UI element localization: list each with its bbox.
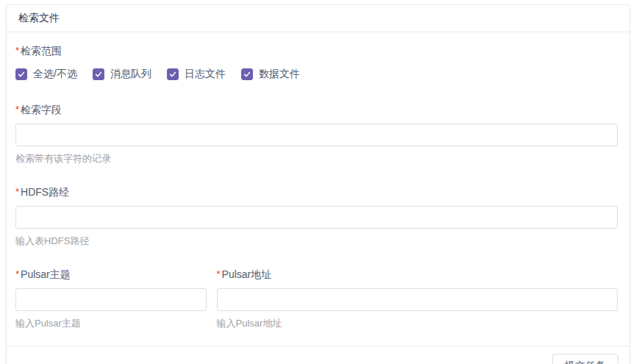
hdfs-path-label-text: HDFS路经 (21, 186, 69, 198)
hdfs-path-input[interactable] (15, 206, 618, 229)
form-item-hdfs-path: *HDFS路经 输入表HDFS路径 (15, 185, 618, 247)
checkbox-checked-icon (241, 68, 253, 80)
pulsar-topic-label: *Pulsar主题 (15, 267, 207, 282)
pulsar-row: *Pulsar主题 输入Pulsar主题 *Pulsar地址 输入Pulsar地… (15, 267, 618, 329)
checkbox-checked-icon (93, 68, 104, 80)
search-field-input[interactable] (15, 124, 618, 146)
form-item-search-field: *检索字段 检索带有该字符的记录 (15, 102, 618, 165)
required-asterisk: * (15, 268, 19, 279)
checkbox-log-file[interactable]: 日志文件 (167, 68, 232, 81)
pulsar-address-label-text: Pulsar地址 (222, 268, 272, 280)
card-body: *检索范围 全选/不选 消息队列 (7, 32, 629, 346)
search-field-helper: 检索带有该字符的记录 (15, 153, 618, 165)
pulsar-topic-input[interactable] (15, 288, 207, 311)
checkbox-select-all[interactable]: 全选/不选 (15, 68, 83, 81)
pulsar-topic-label-text: Pulsar主题 (21, 268, 71, 280)
checkbox-label: 日志文件 (185, 68, 226, 81)
pulsar-address-label: *Pulsar地址 (217, 267, 618, 282)
search-field-label: *检索字段 (15, 102, 618, 117)
checkbox-checked-icon (167, 68, 179, 80)
required-asterisk: * (15, 104, 19, 115)
check-icon (168, 70, 177, 79)
hdfs-path-label: *HDFS路经 (15, 185, 618, 199)
check-icon (94, 70, 103, 79)
form-item-pulsar-address: *Pulsar地址 输入Pulsar地址 (217, 267, 618, 329)
checkbox-data-file[interactable]: 数据文件 (241, 68, 306, 81)
required-asterisk: * (217, 268, 221, 279)
page-title: 检索文件 (18, 12, 60, 25)
search-scope-label-text: 检索范围 (21, 45, 62, 57)
search-file-card: 检索文件 *检索范围 全选/不选 (6, 4, 630, 364)
checkbox-label: 全选/不选 (33, 68, 77, 81)
check-icon (243, 70, 251, 79)
checkbox-label: 消息队列 (110, 68, 151, 81)
required-asterisk: * (15, 45, 19, 56)
form-item-search-scope: *检索范围 全选/不选 消息队列 (15, 43, 618, 81)
pulsar-address-helper: 输入Pulsar地址 (217, 318, 618, 329)
hdfs-path-helper: 输入表HDFS路径 (15, 235, 618, 247)
card-footer: 提交任务 (7, 346, 629, 364)
pulsar-address-input[interactable] (217, 288, 618, 311)
checkbox-checked-icon (15, 68, 27, 80)
checkbox-message-queue[interactable]: 消息队列 (93, 68, 157, 81)
submit-task-button[interactable]: 提交任务 (552, 354, 618, 364)
required-asterisk: * (15, 186, 19, 197)
pulsar-topic-helper: 输入Pulsar主题 (15, 318, 207, 329)
check-icon (17, 70, 26, 79)
search-field-label-text: 检索字段 (21, 104, 62, 115)
search-scope-label: *检索范围 (15, 43, 618, 58)
search-scope-checkbox-group: 全选/不选 消息队列 日志文件 (15, 68, 618, 81)
checkbox-label: 数据文件 (259, 68, 300, 81)
form-item-pulsar-topic: *Pulsar主题 输入Pulsar主题 (15, 267, 217, 329)
card-header: 检索文件 (7, 5, 629, 32)
